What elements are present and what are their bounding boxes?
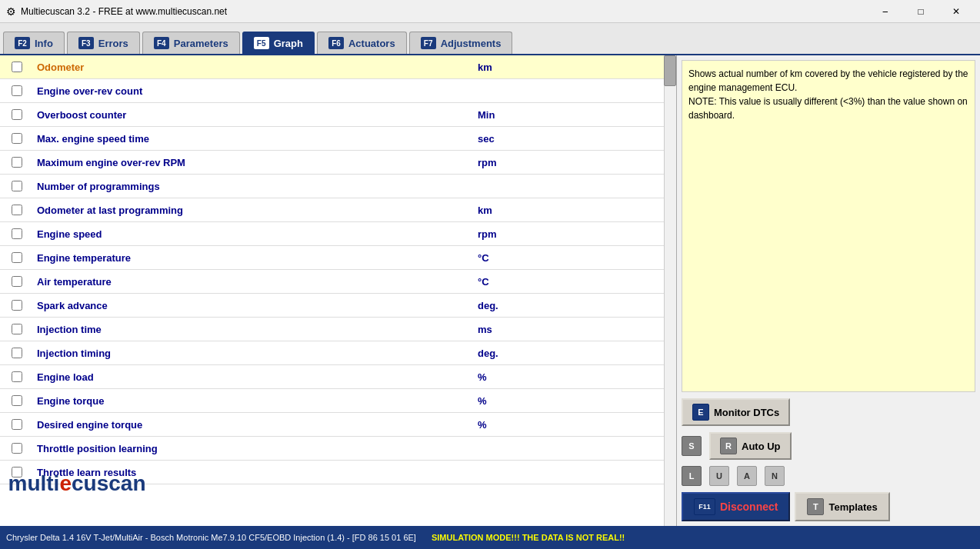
table-row: Engine speedrpm — [0, 222, 664, 246]
key-a-badge: A — [737, 466, 757, 486]
param-name: Overboost counter — [34, 109, 472, 121]
param-checkbox[interactable] — [12, 395, 22, 406]
param-unit: °C — [472, 276, 664, 288]
param-checkbox[interactable] — [12, 157, 22, 168]
key-n-badge: N — [765, 466, 785, 486]
info-text: Shows actual number of km covered by the… — [688, 68, 968, 121]
tab-label-info: Info — [35, 38, 53, 49]
key-f11-badge: F11 — [694, 498, 715, 515]
param-checkbox[interactable] — [12, 85, 22, 96]
monitor-dtcs-button[interactable]: E Monitor DTCs — [682, 398, 790, 426]
table-row: Air temperature°C — [0, 270, 664, 294]
param-unit: % — [472, 395, 664, 407]
param-name: Throttle position learning — [34, 443, 472, 454]
key-s-badge: S — [682, 436, 702, 456]
param-name: Odometer — [34, 62, 472, 73]
param-checkbox[interactable] — [12, 371, 22, 382]
key-t-badge: T — [807, 498, 824, 515]
param-checkbox[interactable] — [12, 300, 22, 311]
tab-actuators[interactable]: F6 Actuators — [317, 32, 407, 54]
tab-label-adjustments: Adjustments — [441, 38, 502, 49]
app-logo: multiecuscan — [8, 471, 146, 496]
param-checkbox[interactable] — [12, 443, 22, 454]
table-row: Engine load% — [0, 365, 664, 389]
param-unit: rpm — [472, 228, 664, 240]
autoup-row: S R Auto Up — [682, 432, 975, 460]
param-name: Odometer at last programming — [34, 205, 472, 216]
scrollbar-track[interactable] — [664, 55, 676, 526]
bottom-buttons: F11 Disconnect T Templates — [682, 492, 975, 521]
app-title: Multiecuscan 3.2 - FREE at www.multiecus… — [21, 6, 868, 17]
tabbar: F2 Info F3 Errors F4 Parameters F5 Graph… — [0, 23, 980, 55]
tab-key-f6: F6 — [328, 37, 344, 49]
param-checkbox[interactable] — [12, 324, 22, 334]
param-checkbox[interactable] — [12, 348, 22, 358]
param-unit: Min — [472, 109, 664, 121]
table-row: Engine temperature°C — [0, 246, 664, 270]
param-unit: °C — [472, 252, 664, 264]
param-unit: ms — [472, 324, 664, 335]
param-checkbox[interactable] — [12, 419, 22, 430]
right-panel: Shows actual number of km covered by the… — [677, 55, 980, 526]
param-checkbox[interactable] — [12, 133, 22, 144]
tab-graph[interactable]: F5 Graph — [242, 32, 315, 54]
tab-label-errors: Errors — [98, 38, 128, 49]
autoup-label: Auto Up — [742, 441, 781, 452]
tab-errors[interactable]: F3 Errors — [67, 32, 140, 54]
tab-label-parameters: Parameters — [174, 38, 228, 49]
tab-key-f4: F4 — [154, 37, 169, 49]
param-checkbox[interactable] — [12, 252, 22, 263]
param-checkbox[interactable] — [12, 276, 22, 287]
param-unit: % — [472, 371, 664, 383]
param-checkbox[interactable] — [12, 181, 22, 191]
close-button[interactable]: ✕ — [938, 0, 974, 23]
param-name: Engine speed — [34, 228, 472, 240]
disconnect-button[interactable]: F11 Disconnect — [682, 492, 790, 521]
param-unit: km — [472, 205, 664, 216]
table-row: Throttle position learning — [0, 437, 664, 461]
param-name: Spark advance — [34, 300, 472, 311]
param-name: Max. engine speed time — [34, 133, 472, 145]
tab-key-f7: F7 — [421, 37, 436, 49]
tab-key-f3: F3 — [78, 37, 94, 49]
simulation-warning: SIMULATION MODE!!! THE DATA IS NOT REAL!… — [432, 533, 625, 542]
tab-adjustments[interactable]: F7 Adjustments — [409, 32, 513, 54]
param-checkbox[interactable] — [12, 205, 22, 215]
main-area: OdometerkmEngine over-rev countOverboost… — [0, 55, 980, 526]
key-u-badge: U — [709, 466, 729, 486]
table-row: Max. engine speed timesec — [0, 127, 664, 151]
logo-area: multiecuscan — [0, 464, 154, 503]
autoup-button[interactable]: R Auto Up — [709, 432, 792, 460]
table-row: Spark advancedeg. — [0, 294, 664, 318]
table-row: Engine over-rev count — [0, 79, 664, 103]
templates-button[interactable]: T Templates — [795, 492, 889, 521]
monitor-dtcs-row: E Monitor DTCs — [682, 398, 975, 426]
param-checkbox[interactable] — [12, 228, 22, 239]
tab-label-graph: Graph — [274, 38, 303, 49]
param-name: Engine over-rev count — [34, 85, 472, 97]
param-name: Maximum engine over-rev RPM — [34, 157, 472, 168]
maximize-button[interactable]: □ — [903, 0, 938, 23]
key-e-badge: E — [692, 404, 709, 421]
key-l-badge: L — [682, 466, 702, 486]
tab-parameters[interactable]: F4 Parameters — [142, 32, 240, 54]
param-checkbox[interactable] — [12, 62, 22, 72]
table-row: Maximum engine over-rev RPMrpm — [0, 151, 664, 175]
param-name: Number of programmings — [34, 181, 472, 192]
minimize-button[interactable]: ‒ — [868, 0, 903, 23]
templates-label: Templates — [828, 501, 877, 513]
param-name: Engine torque — [34, 395, 472, 407]
param-unit: deg. — [472, 300, 664, 311]
parameter-list: OdometerkmEngine over-rev countOverboost… — [0, 55, 676, 526]
disconnect-label: Disconnect — [720, 501, 778, 513]
param-name: Injection time — [34, 324, 472, 335]
table-row: Odometerkm — [0, 55, 664, 79]
tab-info[interactable]: F2 Info — [3, 32, 65, 54]
param-checkbox[interactable] — [12, 109, 22, 120]
table-row: Overboost counterMin — [0, 103, 664, 127]
table-row: Injection timingdeg. — [0, 341, 664, 365]
table-row: Number of programmings — [0, 175, 664, 198]
table-row: Engine torque% — [0, 389, 664, 413]
scrollbar-thumb[interactable] — [664, 55, 676, 86]
param-name: Engine temperature — [34, 252, 472, 264]
